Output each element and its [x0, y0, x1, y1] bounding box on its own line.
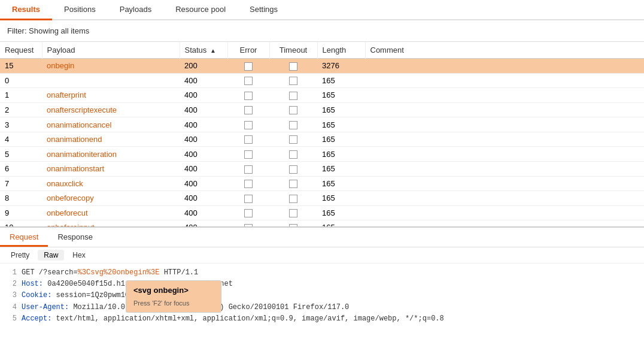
results-table-container: Request Payload Status ▲ Error Timeout L… — [0, 42, 644, 228]
table-row[interactable]: 6onanimationstart400165 — [0, 161, 644, 176]
cell-request: 4 — [0, 132, 42, 147]
cell-comment — [365, 205, 644, 220]
cell-status: 400 — [180, 191, 227, 206]
table-row[interactable]: 10onbeforeinput400165 — [0, 220, 644, 228]
cell-timeout — [269, 59, 317, 74]
cell-request: 5 — [0, 147, 42, 162]
tab-settings[interactable]: Settings — [238, 0, 290, 20]
cell-status: 400 — [180, 88, 227, 103]
col-header-error[interactable]: Error — [227, 42, 269, 59]
table-row[interactable]: 4onanimationend400165 — [0, 132, 644, 147]
cell-error — [227, 132, 269, 147]
request-line-3: 3 Cookie: session=1Qz0pwm1OZG8NOU — [7, 290, 637, 301]
tooltip-title: <svg onbegin> — [133, 285, 214, 297]
cell-timeout — [269, 117, 317, 132]
request-line-2: 2 Host: 0a4200e5040f15d.h1-web-security-… — [7, 279, 637, 290]
cell-request: 3 — [0, 117, 42, 132]
results-table-body: 15onbegin200327604001651onafterprint4001… — [0, 59, 644, 228]
tab-results[interactable]: Results — [0, 0, 52, 20]
cell-request: 2 — [0, 102, 42, 117]
cell-payload: onbeforecut — [42, 205, 180, 220]
filter-text: Filter: Showing all items — [7, 26, 89, 35]
cell-request: 6 — [0, 161, 42, 176]
cell-error — [227, 73, 269, 88]
cell-length: 165 — [317, 191, 365, 206]
cell-comment — [365, 102, 644, 117]
cell-timeout — [269, 88, 317, 103]
request-line-4: 4 User-Agent: Mozilla/10.0; Win64; x64; … — [7, 302, 637, 313]
cell-error — [227, 176, 269, 191]
cell-comment — [365, 191, 644, 206]
cell-status: 400 — [180, 117, 227, 132]
cell-status: 200 — [180, 59, 227, 74]
cell-length: 165 — [317, 117, 365, 132]
autocomplete-tooltip[interactable]: <svg onbegin> Press 'F2' for focus — [126, 280, 221, 313]
table-row[interactable]: 9onbeforecut400165 — [0, 205, 644, 220]
cell-payload: onanimationcancel — [42, 117, 180, 132]
cell-length: 3276 — [317, 59, 365, 74]
table-row[interactable]: 7onauxclick400165 — [0, 176, 644, 191]
sub-tab-pretty[interactable]: Pretty — [5, 250, 35, 261]
sub-tabs: Pretty Raw Hex — [0, 247, 644, 264]
table-row[interactable]: 0400165 — [0, 73, 644, 88]
table-header-row: Request Payload Status ▲ Error Timeout L… — [0, 42, 644, 59]
cell-payload: onbeforeinput — [42, 220, 180, 228]
cell-error — [227, 117, 269, 132]
cell-comment — [365, 88, 644, 103]
cell-length: 165 — [317, 176, 365, 191]
col-header-request[interactable]: Request — [0, 42, 42, 59]
cell-length: 165 — [317, 73, 365, 88]
cell-length: 165 — [317, 147, 365, 162]
col-header-payload[interactable]: Payload — [42, 42, 180, 59]
tab-request[interactable]: Request — [0, 229, 48, 247]
tab-positions[interactable]: Positions — [52, 0, 108, 20]
tooltip-hint: Press 'F2' for focus — [133, 298, 214, 309]
cell-comment — [365, 161, 644, 176]
table-row[interactable]: 15onbegin2003276 — [0, 59, 644, 74]
cell-payload: onbeforecopy — [42, 191, 180, 206]
cell-request: 7 — [0, 176, 42, 191]
cell-comment — [365, 220, 644, 228]
table-row[interactable]: 1onafterprint400165 — [0, 88, 644, 103]
sort-arrow-icon: ▲ — [210, 47, 216, 54]
cell-comment — [365, 117, 644, 132]
cell-timeout — [269, 147, 317, 162]
cell-payload: onanimationend — [42, 132, 180, 147]
cell-length: 165 — [317, 132, 365, 147]
sub-tab-hex[interactable]: Hex — [66, 250, 91, 261]
cell-comment — [365, 147, 644, 162]
tab-response[interactable]: Response — [48, 229, 102, 247]
sub-tab-raw[interactable]: Raw — [38, 250, 64, 261]
table-row[interactable]: 3onanimationcancel400165 — [0, 117, 644, 132]
table-row[interactable]: 5onanimationiteration400165 — [0, 147, 644, 162]
tab-payloads[interactable]: Payloads — [108, 0, 163, 20]
cell-request: 1 — [0, 88, 42, 103]
cell-payload: onanimationiteration — [42, 147, 180, 162]
cell-comment — [365, 59, 644, 74]
cell-payload: onanimationstart — [42, 161, 180, 176]
cell-length: 165 — [317, 205, 365, 220]
request-line-5: 5 Accept: text/html, application/xhtml+x… — [7, 313, 637, 325]
cell-comment — [365, 73, 644, 88]
table-row[interactable]: 8onbeforecopy400165 — [0, 191, 644, 206]
cell-payload: onafterscriptexecute — [42, 102, 180, 117]
cell-request: 10 — [0, 220, 42, 228]
cell-timeout — [269, 161, 317, 176]
cell-payload: onbegin — [42, 59, 180, 74]
highlighted-search: %3Csvg%20onbegin%3E — [78, 268, 160, 277]
cell-status: 400 — [180, 176, 227, 191]
col-header-timeout[interactable]: Timeout — [269, 42, 317, 59]
bottom-tabs: Request Response — [0, 228, 644, 247]
col-header-comment[interactable]: Comment — [365, 42, 644, 59]
cell-request: 8 — [0, 191, 42, 206]
cell-error — [227, 191, 269, 206]
cell-payload — [42, 73, 180, 88]
cell-status: 400 — [180, 102, 227, 117]
tab-resource-pool[interactable]: Resource pool — [163, 0, 238, 20]
cell-comment — [365, 176, 644, 191]
cell-length: 165 — [317, 161, 365, 176]
col-header-status[interactable]: Status ▲ — [180, 42, 227, 59]
col-header-length[interactable]: Length — [317, 42, 365, 59]
table-row[interactable]: 2onafterscriptexecute400165 — [0, 102, 644, 117]
cell-timeout — [269, 205, 317, 220]
